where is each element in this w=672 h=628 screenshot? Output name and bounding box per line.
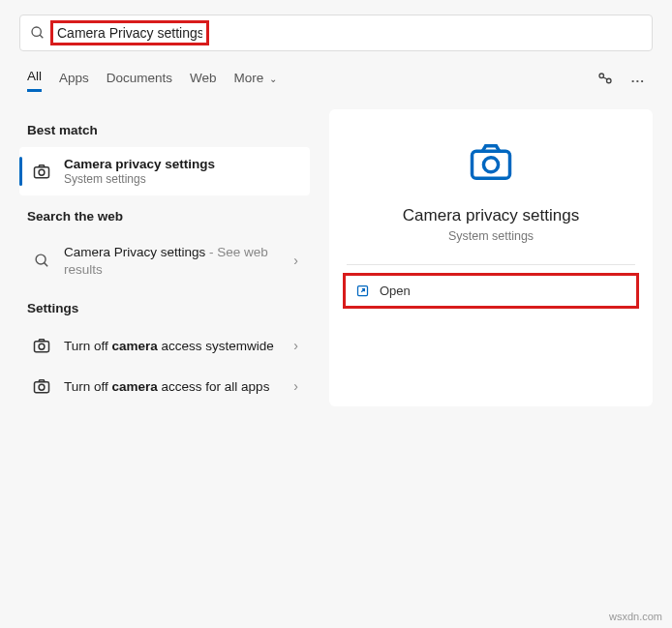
watermark: wsxdn.com [609,611,662,622]
open-label: Open [380,284,411,298]
svg-rect-10 [35,382,49,393]
search-highlight [50,20,209,45]
divider [347,264,635,265]
svg-line-1 [40,35,43,38]
preview-camera-icon [329,136,653,187]
chevron-right-icon: › [293,253,298,268]
section-best-match: Best match [27,123,310,137]
camera-icon [31,161,52,182]
svg-line-7 [44,262,47,266]
tab-documents[interactable]: Documents [107,71,172,91]
preview-subtitle: System settings [329,229,653,243]
search-icon [30,25,46,41]
result-subtitle: System settings [64,172,298,186]
settings-result-1-text: Turn off camera access systemwide [64,339,282,353]
svg-point-13 [483,158,498,172]
search-bar[interactable] [19,15,653,51]
camera-icon [31,375,52,397]
chevron-right-icon: › [293,378,298,394]
tab-more[interactable]: More ⌄ [234,71,278,91]
chevron-right-icon: › [293,338,298,353]
search-input[interactable] [57,25,202,41]
preview-pane: Camera privacy settings System settings … [329,109,653,406]
result-title: Camera privacy settings [64,157,298,171]
svg-point-11 [39,384,45,390]
svg-rect-8 [35,342,49,352]
more-options-icon[interactable]: ··· [631,74,645,88]
web-result-title: Camera Privacy settings [64,245,205,259]
filter-tabs: All Apps Documents Web More ⌄ ··· [0,51,672,100]
section-settings: Settings [27,301,310,315]
svg-point-5 [39,169,45,175]
svg-rect-12 [473,151,510,178]
results-pane: Best match Camera privacy settings Syste… [19,109,310,406]
settings-result-2-text: Turn off camera access for all apps [64,379,282,394]
preview-title: Camera privacy settings [329,206,653,225]
share-icon[interactable] [596,71,614,91]
camera-icon [31,335,52,356]
svg-rect-4 [35,167,49,178]
search-icon [31,250,52,271]
svg-point-0 [32,27,41,36]
tab-apps[interactable]: Apps [59,71,89,91]
settings-result-2[interactable]: Turn off camera access for all apps › [19,366,310,406]
web-search-result[interactable]: Camera Privacy settings - See web result… [19,233,310,287]
svg-point-9 [39,344,45,349]
chevron-down-icon: ⌄ [269,74,277,84]
open-highlight: Open [343,273,639,309]
settings-result-1[interactable]: Turn off camera access systemwide › [19,325,310,366]
section-search-web: Search the web [27,209,310,224]
tab-all[interactable]: All [27,69,42,92]
open-external-icon [355,284,370,298]
best-match-result[interactable]: Camera privacy settings System settings [19,147,310,195]
svg-point-6 [36,254,46,264]
tab-web[interactable]: Web [190,71,217,91]
open-button[interactable]: Open [346,276,636,306]
